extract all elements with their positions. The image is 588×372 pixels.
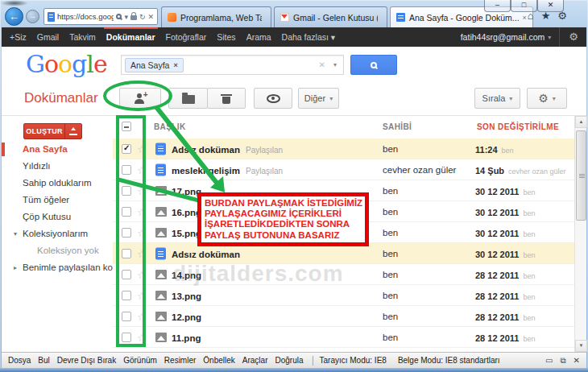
account-dropdown-icon[interactable]: ▾ [548,34,551,41]
row-checkbox[interactable] [122,312,131,321]
row-checkbox[interactable] [122,333,131,342]
address-search-icon[interactable] [116,14,122,19]
devbar-menu-item[interactable]: Dosya [8,356,31,365]
star-icon[interactable]: ☆ [137,226,147,238]
star-icon[interactable]: ☆ [137,331,147,343]
doc-title[interactable]: 13.png [172,288,207,303]
google-bar-link[interactable]: Daha fazlası ▾ [282,27,336,47]
address-dropdown-icon[interactable]: ▾ [124,13,128,21]
account-email[interactable]: fatih44srg@gmail.com [461,32,545,42]
devbar-menu-item[interactable]: Önbellek [203,356,234,365]
move-to-folder-button[interactable] [168,88,208,109]
doc-title[interactable]: 11.png [172,330,206,345]
sort-button[interactable]: Sırala ▾ [474,88,520,109]
google-bar-link[interactable]: +Siz [10,27,27,47]
row-checkbox[interactable] [122,270,131,279]
star-icon[interactable]: ☆ [137,184,147,196]
chip-remove-icon[interactable]: × [173,61,177,69]
preview-button[interactable] [254,88,292,109]
google-bar-link[interactable]: Arama [246,27,271,47]
row-checkbox[interactable] [122,291,131,300]
sidebar-item[interactable]: Koleksiyon yok [2,242,113,259]
forward-button[interactable]: → [26,10,39,23]
google-bar-link[interactable]: Fotoğraflar [166,27,207,47]
delete-button[interactable] [207,88,246,109]
doc-title[interactable]: Adsız doküman [172,246,246,261]
tab-close-icon[interactable]: × [523,14,527,22]
star-icon[interactable]: ☆ [137,163,147,176]
row-checkbox[interactable] [122,144,131,154]
maximize-button[interactable]: □ [511,0,537,12]
more-actions-button[interactable]: Diğer ▾ [298,88,339,109]
sidebar-item[interactable]: ▸ Benimle paylaşılan koleksiy [2,259,113,276]
options-gear-icon[interactable]: ⚙ [559,27,578,47]
table-row[interactable]: ☆ Adsız dokümanPaylaşılan ben 11:24ben [113,138,574,159]
scroll-up-icon[interactable]: ▲ [575,116,587,128]
devbar-menu-item[interactable]: Görünüm [123,356,157,365]
stop-icon[interactable]: ✕ [147,13,154,21]
back-button[interactable]: ← [5,7,23,26]
minimize-button[interactable]: – [484,0,511,12]
doc-title[interactable]: 12.png [172,309,207,324]
table-row[interactable]: ☆ 11.png ben 28 12 2011ben [113,327,574,348]
column-owner[interactable]: SAHİBİ [383,122,412,131]
sidebar-item[interactable]: Sahip olduklarım [2,175,113,192]
browser-mode[interactable]: Tarayıcı Modu: IE8 [320,356,387,365]
star-icon[interactable]: ☆ [137,247,147,259]
refresh-icon[interactable]: ↻ [139,13,146,21]
window-close-button[interactable]: ✕ [537,0,564,12]
address-bar[interactable]: https://docs.google.com/?tab= ▾ ↻ ✕ [43,8,158,25]
sidebar-item[interactable]: Çöp Kutusu [2,209,113,225]
row-checkbox[interactable] [122,249,131,258]
sidebar-item[interactable]: Yıldızlı [2,158,113,175]
devbar-menu-item[interactable]: Devre Dışı Bırak [57,356,116,365]
star-icon[interactable]: ☆ [137,268,147,280]
star-icon[interactable]: ☆ [137,289,147,301]
scrollbar-thumb[interactable] [576,130,586,221]
devbar-menu-item[interactable]: Doğrula [275,356,303,365]
document-mode[interactable]: Belge Modu: IE8 standartları [398,356,500,365]
upload-button[interactable] [64,124,81,138]
expand-arrow-icon[interactable]: ▾ [14,225,17,242]
sidebar-item[interactable]: ▾ Koleksiyonlarım [2,225,113,242]
search-button[interactable] [350,55,397,75]
star-icon[interactable]: ☆ [137,310,147,322]
settings-button[interactable]: ⚙ ▾ [527,88,567,109]
row-checkbox[interactable] [122,165,131,175]
google-bar-link[interactable]: Gmail [37,27,59,47]
vertical-scrollbar[interactable]: ▲ ▼ [574,116,586,352]
table-row[interactable]: ☆ 13.png ben 28 12 2011ben [113,285,574,306]
google-bar-link[interactable]: Dokümanlar [106,27,155,47]
sidebar-item[interactable]: Ana Sayfa [2,141,113,158]
devbar-menu-item[interactable]: Araçlar [242,356,268,365]
browser-tab[interactable]: Programlama, Web Tasarım, Bi... [161,6,271,27]
devbar-close-icon[interactable]: ✕ [574,356,580,366]
row-checkbox[interactable] [122,186,131,196]
sidebar-item[interactable]: Tüm öğeler [2,192,113,209]
devbar-pin-icon[interactable]: ▭ [545,356,553,366]
browser-tab[interactable]: Gmail - Gelen Kutusu (5) - fati... [274,6,387,27]
star-icon[interactable]: ☆ [137,205,147,217]
row-checkbox[interactable] [122,207,131,217]
search-chip[interactable]: Ana Sayfa × [125,58,184,72]
devbar-restore-icon[interactable]: ⧉ [560,356,565,366]
column-title[interactable]: BAŞLIK [154,122,186,131]
devbar-menu-item[interactable]: Resimler [164,356,196,365]
create-button[interactable]: OLUŞTUR [23,123,82,139]
scroll-down-icon[interactable]: ▼ [575,340,587,352]
star-icon[interactable]: ☆ [137,143,147,155]
doc-title[interactable]: mesleki gelişimPaylaşılan [172,163,283,177]
url-text[interactable]: https://docs.google.com/?tab= [57,12,114,21]
share-button[interactable]: + [119,88,161,109]
expand-arrow-icon[interactable]: ▸ [14,259,17,276]
doc-title[interactable]: Adsız dokümanPaylaşılan [172,142,283,156]
table-row[interactable]: ☆ 12.png ben 28 12 2011ben [113,306,574,327]
table-row[interactable]: ☆ mesleki gelişimPaylaşılan cevher ozan … [113,159,574,180]
column-modified[interactable]: SON DEĞİŞTİRİLME [477,122,559,131]
row-checkbox[interactable] [122,228,131,238]
search-input[interactable]: Ana Sayfa × ✕ ▾ [121,55,344,75]
google-bar-link[interactable]: Sites [217,27,235,47]
google-bar-link[interactable]: Takvim [69,27,96,47]
select-all-checkbox[interactable] [122,122,131,131]
search-options-icon[interactable]: ▾ [333,61,337,68]
